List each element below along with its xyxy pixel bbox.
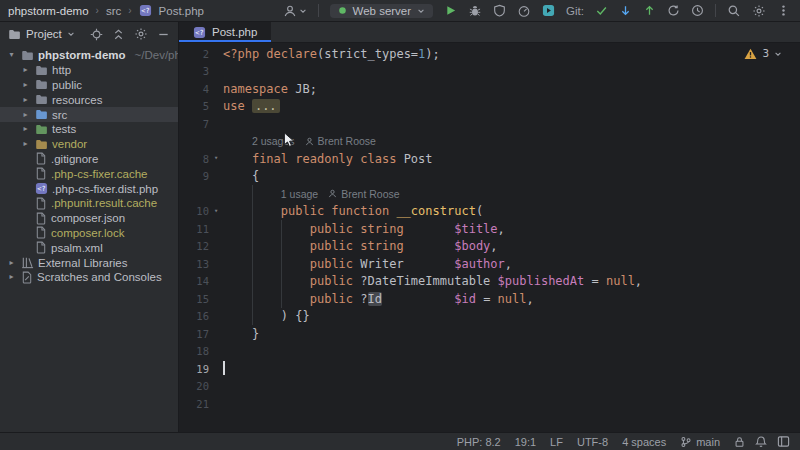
code-line-8[interactable]: 8▾ final readonly class Post bbox=[179, 150, 800, 168]
git-branch-widget[interactable]: main bbox=[680, 436, 720, 448]
code-line-3[interactable]: 3 bbox=[179, 63, 800, 81]
window-layout-button[interactable] bbox=[777, 435, 790, 448]
code-line-21[interactable]: 21 bbox=[179, 395, 800, 413]
services-button[interactable] bbox=[542, 4, 555, 17]
hide-panel-button[interactable] bbox=[157, 28, 170, 41]
code-line-13[interactable]: 13 public Writer $author, bbox=[179, 255, 800, 273]
line-number[interactable]: 2 bbox=[179, 48, 209, 60]
code-line-18[interactable]: 18 bbox=[179, 343, 800, 361]
tree-item-http[interactable]: ▸http bbox=[0, 63, 178, 78]
line-number[interactable]: 12 bbox=[179, 240, 209, 252]
tree-item-src[interactable]: ▸src bbox=[0, 107, 178, 122]
line-number[interactable]: 10 bbox=[179, 205, 209, 217]
line-number[interactable]: 5 bbox=[179, 100, 209, 112]
chevron-down-icon[interactable] bbox=[67, 30, 75, 38]
code-line-11[interactable]: 11 public string $title, bbox=[179, 220, 800, 238]
line-number[interactable]: 9 bbox=[179, 170, 209, 182]
debug-button[interactable] bbox=[468, 4, 482, 18]
git-refresh-button[interactable] bbox=[667, 4, 680, 17]
code-line-5[interactable]: 5use ... bbox=[179, 98, 800, 116]
git-update-button[interactable] bbox=[619, 4, 632, 17]
status-lf[interactable]: LF bbox=[550, 436, 563, 448]
chevron-right-icon[interactable]: ▸ bbox=[20, 140, 31, 148]
status-4-spaces[interactable]: 4 spaces bbox=[622, 436, 666, 448]
tree-item-external-libraries[interactable]: ▸External Libraries bbox=[0, 255, 178, 270]
git-commit-button[interactable] bbox=[595, 4, 608, 17]
chevron-right-icon[interactable]: ▸ bbox=[20, 111, 31, 119]
line-number[interactable]: 18 bbox=[179, 345, 209, 357]
code-line-16[interactable]: 16 ) {} bbox=[179, 308, 800, 326]
tree-item-php-cs-fixer-dist-php[interactable]: <?.php-cs-fixer.dist.php bbox=[0, 181, 178, 196]
chevron-right-icon[interactable]: ▸ bbox=[20, 81, 31, 89]
editor-tab-post-php[interactable]: <? Post.php bbox=[179, 22, 271, 42]
code-line-14[interactable]: 14 public ?DateTimeImmutable $publishedA… bbox=[179, 273, 800, 291]
more-actions-button[interactable] bbox=[777, 4, 790, 17]
inspections-widget[interactable]: 3 bbox=[744, 47, 782, 60]
line-number[interactable]: 13 bbox=[179, 258, 209, 270]
user-account[interactable] bbox=[283, 4, 307, 18]
tree-item-phpstorm-demo[interactable]: ▾phpstorm-demo~/Dev/phpst bbox=[0, 48, 178, 63]
tree-item-gitignore[interactable]: .gitignore bbox=[0, 152, 178, 167]
search-everywhere-button[interactable] bbox=[727, 4, 741, 18]
chevron-right-icon[interactable]: ▸ bbox=[6, 259, 17, 267]
code-line-12[interactable]: 12 public string $body, bbox=[179, 238, 800, 256]
line-number[interactable]: 8 bbox=[179, 153, 209, 165]
tree-item-composer-lock[interactable]: composer.lock bbox=[0, 226, 178, 241]
inlay-hint[interactable]: 2 usagesBrent Roose bbox=[179, 133, 800, 151]
line-number[interactable]: 14 bbox=[179, 275, 209, 287]
tree-item-public[interactable]: ▸public bbox=[0, 78, 178, 93]
tree-item-phpunit-result-cache[interactable]: .phpunit.result.cache bbox=[0, 196, 178, 211]
code-line-10[interactable]: 10▾ public function __construct( bbox=[179, 203, 800, 221]
tree-item-php-cs-fixer-cache[interactable]: .php-cs-fixer.cache bbox=[0, 166, 178, 181]
select-opened-file-button[interactable] bbox=[90, 28, 103, 41]
line-number[interactable]: 7 bbox=[179, 118, 209, 130]
run-config-selector[interactable]: Web server bbox=[330, 4, 434, 18]
author-hint[interactable]: Brent Roose bbox=[328, 188, 399, 200]
profiler-button[interactable] bbox=[517, 4, 531, 18]
code-line-15[interactable]: 15 public ?Id $id = null, bbox=[179, 290, 800, 308]
code-line-20[interactable]: 20 bbox=[179, 378, 800, 396]
chevron-right-icon[interactable]: ▸ bbox=[6, 273, 17, 281]
notifications-button[interactable] bbox=[755, 435, 767, 448]
coverage-button[interactable] bbox=[493, 4, 506, 17]
line-number[interactable]: 17 bbox=[179, 328, 209, 340]
author-hint[interactable]: Brent Roose bbox=[305, 135, 376, 147]
tree-item-psalm-xml[interactable]: psalm.xml bbox=[0, 240, 178, 255]
fold-toggle-icon[interactable]: ▾ bbox=[209, 155, 223, 162]
line-number[interactable]: 4 bbox=[179, 83, 209, 95]
panel-title[interactable]: Project bbox=[26, 28, 62, 40]
tree-item-tests[interactable]: ▸tests bbox=[0, 122, 178, 137]
line-number[interactable]: 16 bbox=[179, 310, 209, 322]
line-number[interactable]: 3 bbox=[179, 65, 209, 77]
code-line-7[interactable]: 7 bbox=[179, 115, 800, 133]
tree-item-scratches-and-consoles[interactable]: ▸Scratches and Consoles bbox=[0, 270, 178, 285]
chevron-right-icon[interactable]: ▸ bbox=[20, 66, 31, 74]
code-line-17[interactable]: 17 } bbox=[179, 325, 800, 343]
chevron-down-icon[interactable] bbox=[774, 50, 782, 58]
git-push-button[interactable] bbox=[643, 4, 656, 17]
tree-item-vendor[interactable]: ▸vendor bbox=[0, 137, 178, 152]
chevron-right-icon[interactable]: ▸ bbox=[20, 125, 31, 133]
breadcrumb-item-post-php[interactable]: Post.php bbox=[159, 5, 204, 17]
code-area[interactable]: 3 2<?php declare(strict_types=1);34names… bbox=[179, 43, 800, 432]
fold-toggle-icon[interactable]: ▾ bbox=[209, 208, 223, 215]
chevron-down-icon[interactable]: ▾ bbox=[6, 51, 17, 59]
chevron-right-icon[interactable]: ▸ bbox=[20, 96, 31, 104]
settings-button[interactable] bbox=[752, 4, 766, 18]
usages-hint[interactable]: 1 usage bbox=[281, 188, 318, 200]
line-number[interactable]: 21 bbox=[179, 398, 209, 410]
breadcrumb-item-src[interactable]: src bbox=[106, 5, 121, 17]
status-utf-8[interactable]: UTF-8 bbox=[577, 436, 608, 448]
line-number[interactable]: 20 bbox=[179, 380, 209, 392]
code-line-2[interactable]: 2<?php declare(strict_types=1); bbox=[179, 45, 800, 63]
line-number[interactable]: 19 bbox=[179, 363, 209, 375]
line-number[interactable]: 15 bbox=[179, 293, 209, 305]
inlay-hint[interactable]: 1 usageBrent Roose bbox=[179, 185, 800, 203]
line-number[interactable]: 11 bbox=[179, 223, 209, 235]
status-19-1[interactable]: 19:1 bbox=[515, 436, 536, 448]
collapse-all-button[interactable] bbox=[112, 28, 125, 41]
status-php-8-2[interactable]: PHP: 8.2 bbox=[457, 436, 501, 448]
tree-item-composer-json[interactable]: composer.json bbox=[0, 211, 178, 226]
breadcrumb-item-phpstorm-demo[interactable]: phpstorm-demo bbox=[8, 5, 89, 17]
git-history-button[interactable] bbox=[691, 4, 704, 17]
